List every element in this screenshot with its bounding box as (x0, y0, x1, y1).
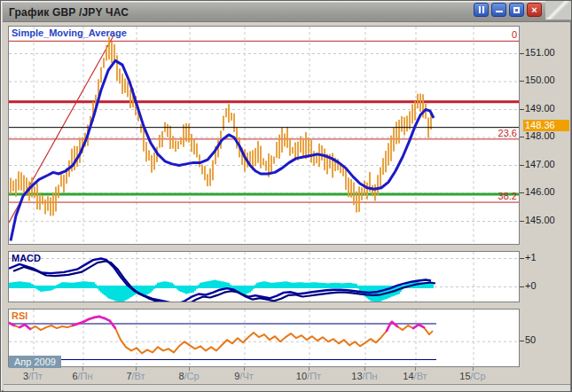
price-axis[interactable]: 151.00150.00149.00148.00147.00146.00145.… (520, 1, 572, 384)
axis-tick (520, 192, 524, 193)
date-label: 7/Вт (126, 371, 145, 381)
fib-level-label: 0 (512, 29, 517, 40)
date-label: 10/Пт (296, 371, 321, 381)
price-tick-label: 145.00 (525, 215, 555, 225)
price-chart-canvas: 023.638.2 (9, 27, 519, 244)
price-tick-label: 147.00 (525, 159, 555, 169)
chart-window: График GBP /JPY ЧАС × Simple_Moving_Aver… (0, 0, 572, 392)
axis-tick (520, 286, 524, 287)
fib-level-label: 23.6 (498, 128, 517, 138)
current-price-badge: 148.36 (523, 120, 569, 131)
price-tick-label: 149.00 (525, 103, 555, 114)
fib-level-label: 38.2 (498, 191, 517, 201)
price-tick-label: 148.00 (525, 130, 555, 141)
indicator-label-sma: Simple_Moving_Average (12, 27, 127, 38)
maximize-icon (513, 7, 520, 13)
price-tick-label: 151.00 (525, 47, 555, 58)
axis-tick (520, 109, 524, 110)
macd-axis-label: +1 (525, 252, 537, 263)
rsi-axis-label: 50 (525, 334, 536, 345)
axis-tick (520, 221, 524, 222)
axis-tick (520, 165, 524, 166)
indicator-label-rsi: RSI (12, 310, 27, 321)
axis-tick (520, 81, 524, 82)
date-label: 15/Ср (459, 371, 485, 381)
pause-icon (479, 6, 484, 13)
macd-panel[interactable]: MACD (8, 251, 520, 302)
month-label: Апр 2009 (9, 356, 61, 368)
date-label: 6/Пн (72, 371, 92, 381)
rsi-canvas (9, 310, 519, 366)
price-chart-panel[interactable]: Simple_Moving_Average 023.638.2 (8, 26, 520, 245)
horizontal-scrollbar[interactable] (4, 384, 570, 392)
axis-tick (520, 53, 524, 54)
date-label: 3/Пт (23, 371, 43, 381)
axis-tick (520, 341, 524, 341)
macd-axis-label: +0 (525, 280, 537, 291)
hold-button[interactable] (474, 3, 489, 17)
date-label: 8/Ср (178, 371, 199, 381)
axis-tick (520, 137, 524, 137)
date-label: 9/Чт (234, 371, 254, 381)
axis-tick (520, 258, 524, 259)
price-tick-label: 150.00 (525, 74, 555, 85)
macd-canvas (9, 252, 519, 302)
minimize-icon (496, 11, 503, 12)
window-title: График GBP /JPY ЧАС (3, 6, 129, 19)
minimize-button[interactable] (491, 3, 506, 17)
date-label: 14/Вт (403, 371, 427, 381)
indicator-label-macd: MACD (12, 253, 41, 263)
date-label: 13/Пн (351, 371, 377, 381)
rsi-panel[interactable]: RSI (8, 309, 520, 367)
date-axis[interactable]: 3/Пт6/Пн7/Вт8/Ср9/Чт10/Пт13/Пн14/Вт15/Ср (8, 369, 520, 382)
price-tick-label: 146.00 (525, 186, 555, 197)
